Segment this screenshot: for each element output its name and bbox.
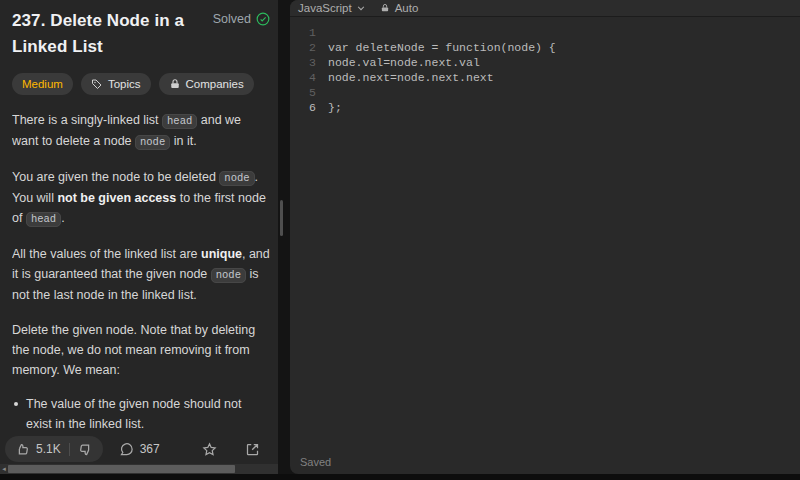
- dislike-button[interactable]: [78, 442, 93, 457]
- vote-separator: [69, 443, 70, 456]
- thumbs-down-icon: [78, 442, 93, 457]
- code-editor[interactable]: 1 2var deleteNode = function(node) {3nod…: [290, 17, 800, 115]
- paragraph: You are given the node to be deleted nod…: [12, 167, 270, 229]
- code-text: [328, 85, 335, 100]
- paragraph: There is a singly-linked list head and w…: [12, 110, 270, 152]
- inline-code: node: [211, 268, 246, 283]
- line-number: 4: [290, 70, 316, 85]
- lock-icon: [169, 78, 181, 90]
- inline-code: head: [162, 114, 197, 129]
- vertical-scrollbar-thumb[interactable]: [280, 200, 283, 236]
- share-icon: [245, 442, 260, 457]
- language-label: JavaScript: [298, 2, 352, 14]
- horizontal-scrollbar[interactable]: ◂ ▸: [0, 464, 278, 474]
- star-icon: [202, 442, 217, 457]
- paragraph: All the values of the linked list are un…: [12, 244, 270, 305]
- scroll-left-arrow[interactable]: ◂: [0, 464, 8, 474]
- thumbs-up-icon: [15, 442, 30, 457]
- line-number: 3: [290, 55, 316, 70]
- comment-count: 367: [140, 442, 160, 456]
- solved-label: Solved: [213, 12, 251, 26]
- tag-icon: [91, 78, 103, 90]
- difficulty-badge[interactable]: Medium: [12, 73, 73, 95]
- editor-header: JavaScript Auto: [290, 0, 800, 17]
- tag-pills: Medium Topics Companies: [12, 73, 270, 95]
- line-number: 1: [290, 25, 316, 40]
- share-button[interactable]: [245, 442, 260, 457]
- code-line: 5: [290, 85, 800, 100]
- paragraph: Delete the given node. Note that by dele…: [12, 320, 270, 380]
- page-title: 237. Delete Node in a Linked List: [12, 8, 213, 61]
- line-number: 5: [290, 85, 316, 100]
- auto-label: Auto: [395, 2, 419, 14]
- code-line: 6};: [290, 100, 800, 115]
- language-selector[interactable]: JavaScript: [298, 2, 366, 14]
- inline-code: node: [135, 135, 170, 150]
- like-button[interactable]: 5.1K: [15, 442, 61, 457]
- code-text: node.val=node.next.val: [328, 55, 480, 70]
- description-pane: 237. Delete Node in a Linked List Solved…: [0, 0, 278, 474]
- companies-label: Companies: [186, 78, 244, 90]
- solved-check-icon: [256, 12, 270, 26]
- code-text: };: [328, 100, 342, 115]
- inline-code: head: [26, 212, 61, 227]
- chevron-down-icon: [356, 3, 366, 13]
- editor-pane: JavaScript Auto 1 2var deleteNode = func…: [290, 0, 800, 474]
- inline-code: node: [219, 171, 254, 186]
- leetcode-problem-page: 237. Delete Node in a Linked List Solved…: [0, 0, 800, 480]
- line-number: 2: [290, 40, 316, 55]
- code-text: node.next=node.next.next: [328, 70, 494, 85]
- code-line: 3node.val=node.next.val: [290, 55, 800, 70]
- save-status: Saved: [300, 456, 331, 468]
- problem-statement: There is a singly-linked list head and w…: [12, 110, 270, 380]
- topics-label: Topics: [108, 78, 141, 90]
- comments-button[interactable]: 367: [119, 442, 160, 457]
- auto-mode-control[interactable]: Auto: [380, 2, 419, 14]
- lock-icon: [380, 3, 390, 13]
- horizontal-scrollbar-thumb[interactable]: [8, 465, 235, 473]
- code-text: [328, 25, 335, 40]
- code-line: 1: [290, 25, 800, 40]
- companies-button[interactable]: Companies: [159, 73, 254, 95]
- code-text: var deleteNode = function(node) {: [328, 40, 556, 55]
- feedback-toolbar: 5.1K 367: [0, 434, 278, 464]
- line-number: 6: [290, 100, 316, 115]
- comment-icon: [119, 442, 134, 457]
- description-scroll-area[interactable]: 237. Delete Node in a Linked List Solved…: [12, 8, 270, 434]
- vote-group: 5.1K: [5, 436, 103, 462]
- like-count: 5.1K: [36, 442, 61, 456]
- list-item: The value of the given node should not e…: [12, 394, 270, 434]
- favorite-button[interactable]: [202, 442, 217, 457]
- code-line: 2var deleteNode = function(node) {: [290, 40, 800, 55]
- requirements-list: The value of the given node should not e…: [12, 394, 270, 434]
- window-bottom-edge: [0, 474, 800, 480]
- code-line: 4node.next=node.next.next: [290, 70, 800, 85]
- status-badge: Solved: [213, 12, 270, 26]
- topics-button[interactable]: Topics: [81, 73, 151, 95]
